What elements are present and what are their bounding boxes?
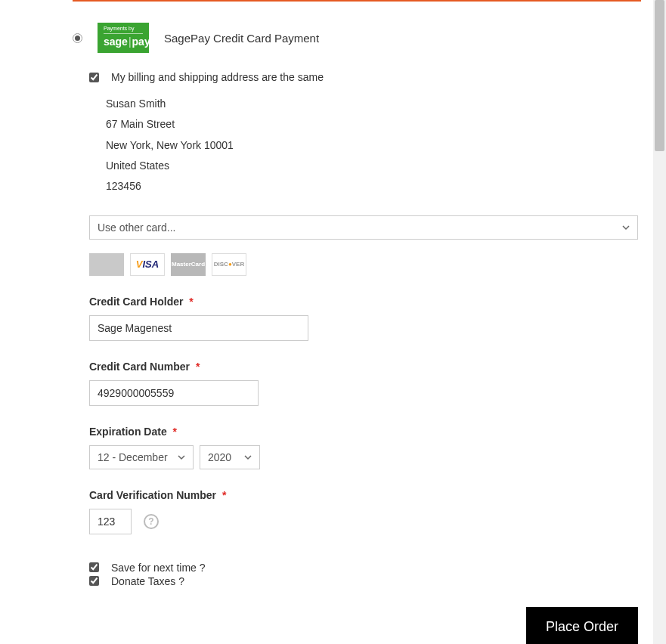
cc-cvn-input[interactable] — [89, 509, 132, 534]
cc-holder-group: Credit Card Holder * — [89, 296, 639, 341]
cc-exp-year-select[interactable]: 2020 — [200, 445, 260, 469]
billing-same-row[interactable]: My billing and shipping address are the … — [89, 71, 639, 83]
donate-taxes-checkbox[interactable] — [89, 576, 99, 586]
donate-taxes-row[interactable]: Donate Taxes ? — [89, 575, 639, 587]
mastercard-icon: MasterCard — [171, 253, 206, 276]
visa-icon: VISA — [130, 253, 165, 276]
required-marker: * — [196, 361, 200, 373]
cc-exp-month-select[interactable]: 12 - December — [89, 445, 194, 469]
card-select[interactable]: Use other card... — [89, 215, 638, 240]
billing-city: New York, New York 10001 — [106, 135, 639, 156]
cc-number-label: Credit Card Number * — [89, 361, 639, 373]
required-marker: * — [173, 426, 177, 438]
sagepay-payments-by: Payments by — [104, 26, 143, 34]
required-marker: * — [189, 296, 193, 308]
payment-method-title: SagePay Credit Card Payment — [164, 32, 319, 45]
payment-form: Payments by sage|pay SagePay Credit Card… — [0, 2, 666, 644]
billing-phone: 123456 — [106, 176, 639, 197]
billing-address: Susan Smith 67 Main Street New York, New… — [106, 94, 639, 197]
billing-same-label: My billing and shipping address are the … — [111, 71, 324, 83]
scrollbar[interactable] — [653, 0, 666, 644]
amex-icon — [89, 253, 124, 276]
billing-same-checkbox[interactable] — [89, 73, 99, 82]
cc-exp-label: Expiration Date * — [89, 426, 639, 438]
billing-name: Susan Smith — [106, 94, 639, 114]
discover-icon: DISC●VER — [212, 253, 246, 276]
cc-holder-input[interactable] — [89, 315, 308, 341]
cc-holder-label: Credit Card Holder * — [89, 296, 639, 308]
cc-number-input[interactable] — [89, 380, 259, 406]
save-card-label: Save for next time ? — [111, 562, 206, 574]
scroll-thumb[interactable] — [655, 0, 664, 151]
cc-exp-year-value[interactable]: 2020 — [200, 445, 260, 469]
billing-street: 67 Main Street — [106, 114, 639, 135]
payment-radio[interactable] — [73, 33, 82, 43]
cc-cvn-group: Card Verification Number * ? — [89, 489, 639, 534]
save-card-checkbox[interactable] — [89, 562, 99, 572]
donate-taxes-label: Donate Taxes ? — [111, 575, 184, 587]
cc-cvn-label: Card Verification Number * — [89, 489, 639, 501]
cc-exp-month-value[interactable]: 12 - December — [89, 445, 194, 469]
billing-country: United States — [106, 156, 639, 176]
payment-method-row[interactable]: Payments by sage|pay SagePay Credit Card… — [73, 23, 639, 53]
sagepay-logo: Payments by sage|pay — [98, 23, 149, 53]
payment-radio-dot — [75, 36, 80, 41]
card-brand-logos: VISA MasterCard DISC●VER — [89, 253, 639, 276]
cc-exp-group: Expiration Date * 12 - December 2020 — [89, 426, 639, 469]
save-card-row[interactable]: Save for next time ? — [89, 562, 639, 574]
help-icon[interactable]: ? — [144, 514, 159, 529]
cc-number-group: Credit Card Number * — [89, 361, 639, 406]
card-select-value[interactable]: Use other card... — [89, 215, 638, 240]
place-order-button[interactable]: Place Order — [526, 607, 638, 644]
required-marker: * — [222, 489, 226, 501]
